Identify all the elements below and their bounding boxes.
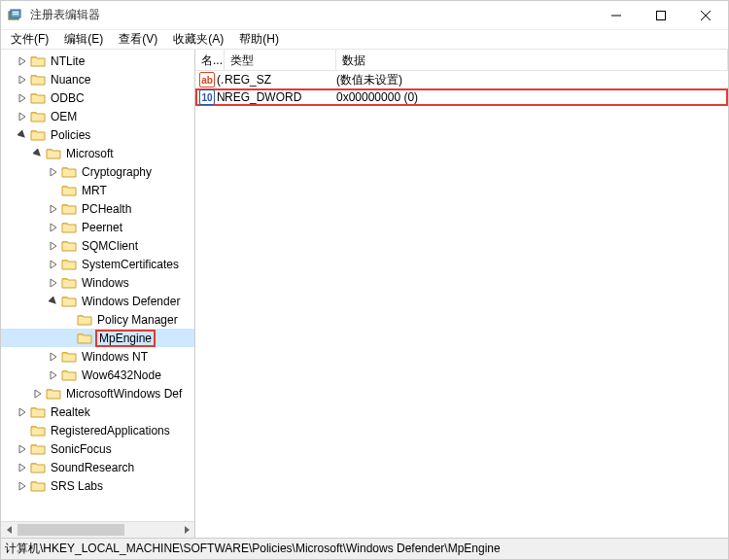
folder-icon	[30, 424, 46, 438]
tree-node[interactable]: RegisteredApplications	[1, 421, 194, 439]
tree-node-label: MicrosoftWindows Def	[64, 387, 184, 401]
status-bar: 计算机\HKEY_LOCAL_MACHINE\SOFTWARE\Policies…	[1, 538, 728, 559]
tree-node[interactable]: NTLite	[1, 52, 194, 70]
value-data: 0x00000000 (0)	[336, 90, 726, 104]
tree-node[interactable]: Windows	[1, 273, 194, 292]
tree-node-label: OEM	[49, 110, 79, 123]
svg-marker-9	[19, 76, 25, 84]
chevron-right-icon[interactable]	[17, 74, 28, 86]
scroll-right-icon[interactable]	[178, 522, 194, 539]
scroll-track[interactable]	[17, 522, 178, 538]
tree-node[interactable]: PCHealth	[1, 199, 194, 218]
tree-node-label: MpEngine	[95, 330, 156, 347]
tree-node[interactable]: Peernet	[1, 218, 194, 236]
tree-node[interactable]: MicrosoftWindows Def	[1, 384, 194, 402]
tree-node[interactable]: SQMClient	[1, 236, 194, 255]
folder-icon	[61, 350, 77, 364]
tree-node[interactable]: Microsoft	[1, 144, 194, 162]
chevron-right-icon[interactable]	[48, 369, 59, 381]
col-data[interactable]: 数据	[336, 50, 728, 70]
tree-node-label: SystemCertificates	[80, 258, 181, 271]
svg-marker-19	[51, 279, 56, 287]
tree-node[interactable]: SonicFocus	[1, 439, 194, 458]
svg-marker-16	[51, 224, 56, 231]
folder-icon	[46, 147, 61, 160]
chevron-right-icon[interactable]	[32, 388, 44, 400]
value-row[interactable]: 10NREG_DWORD0x00000000 (0)	[195, 88, 728, 106]
chevron-right-icon[interactable]	[17, 92, 28, 104]
value-type: REG_DWORD	[225, 90, 336, 104]
svg-marker-21	[51, 353, 56, 361]
chevron-down-icon[interactable]	[48, 296, 59, 307]
scroll-thumb[interactable]	[17, 524, 124, 536]
scroll-left-icon[interactable]	[1, 522, 17, 539]
chevron-right-icon[interactable]	[48, 222, 59, 233]
menu-help[interactable]: 帮助(H)	[231, 30, 287, 49]
chevron-right-icon[interactable]	[48, 351, 59, 363]
svg-rect-3	[13, 14, 18, 15]
folder-icon	[61, 184, 77, 197]
chevron-right-icon[interactable]	[48, 277, 59, 289]
menu-favorites[interactable]: 收藏夹(A)	[165, 30, 231, 49]
chevron-right-icon[interactable]	[48, 166, 59, 178]
value-name: N	[217, 90, 225, 104]
tree-node[interactable]: Wow6432Node	[1, 366, 194, 384]
tree-node[interactable]: Windows NT	[1, 347, 194, 366]
svg-marker-12	[17, 130, 27, 140]
status-path: 计算机\HKEY_LOCAL_MACHINE\SOFTWARE\Policies…	[5, 541, 501, 557]
tree-expand-spacer	[48, 185, 59, 196]
chevron-right-icon[interactable]	[17, 406, 28, 418]
chevron-right-icon[interactable]	[48, 203, 59, 215]
folder-icon	[30, 479, 46, 493]
tree-node-label: Cryptography	[80, 165, 154, 179]
tree-node[interactable]: Nuance	[1, 70, 194, 88]
menu-edit[interactable]: 编辑(E)	[56, 30, 111, 49]
tree-h-scrollbar[interactable]	[1, 521, 194, 538]
tree-node-label: SRS Labs	[49, 479, 105, 493]
svg-rect-2	[13, 12, 18, 13]
tree-node[interactable]: OEM	[1, 107, 194, 125]
col-type[interactable]: 类型	[225, 50, 336, 70]
minimize-button[interactable]	[594, 1, 639, 29]
folder-icon	[30, 128, 46, 142]
tree-node[interactable]: ODBC	[1, 88, 194, 107]
tree-expand-spacer	[63, 314, 75, 326]
menu-view[interactable]: 查看(V)	[111, 30, 165, 49]
svg-marker-15	[51, 205, 56, 213]
chevron-right-icon[interactable]	[48, 240, 59, 252]
maximize-button[interactable]	[639, 1, 683, 29]
svg-marker-25	[19, 445, 25, 453]
tree-node[interactable]: SystemCertificates	[1, 255, 194, 273]
tree-node[interactable]: MpEngine	[1, 329, 194, 347]
window-title: 注册表编辑器	[30, 7, 594, 23]
tree-node[interactable]: Policies	[1, 125, 194, 144]
tree-node[interactable]: Policy Manager	[1, 310, 194, 329]
tree-node-label: PCHealth	[80, 202, 133, 216]
chevron-down-icon[interactable]	[17, 129, 28, 141]
chevron-right-icon[interactable]	[17, 462, 28, 473]
chevron-down-icon[interactable]	[32, 148, 44, 159]
tree-node[interactable]: MRT	[1, 181, 194, 199]
chevron-right-icon[interactable]	[48, 259, 59, 270]
col-name[interactable]: 名...	[195, 50, 225, 70]
tree-node-label: Peernet	[80, 221, 124, 234]
window-controls	[594, 1, 728, 29]
menu-file[interactable]: 文件(F)	[3, 30, 56, 49]
chevron-right-icon[interactable]	[17, 480, 28, 492]
folder-icon	[61, 165, 77, 179]
folder-icon	[46, 387, 61, 401]
svg-marker-24	[19, 408, 25, 416]
tree-node[interactable]: Windows Defender	[1, 292, 194, 310]
chevron-right-icon[interactable]	[17, 111, 28, 122]
tree-node[interactable]: Realtek	[1, 402, 194, 421]
folder-icon	[61, 258, 77, 271]
tree-node[interactable]: SoundResearch	[1, 458, 194, 476]
close-button[interactable]	[683, 1, 728, 29]
chevron-right-icon[interactable]	[17, 443, 28, 455]
tree[interactable]: NTLiteNuanceODBCOEMPoliciesMicrosoftCryp…	[1, 50, 194, 538]
value-row[interactable]: ab(.REG_SZ(数值未设置)	[195, 71, 728, 88]
svg-marker-11	[19, 113, 25, 121]
chevron-right-icon[interactable]	[17, 55, 28, 67]
tree-node[interactable]: Cryptography	[1, 162, 194, 181]
tree-node[interactable]: SRS Labs	[1, 476, 194, 495]
